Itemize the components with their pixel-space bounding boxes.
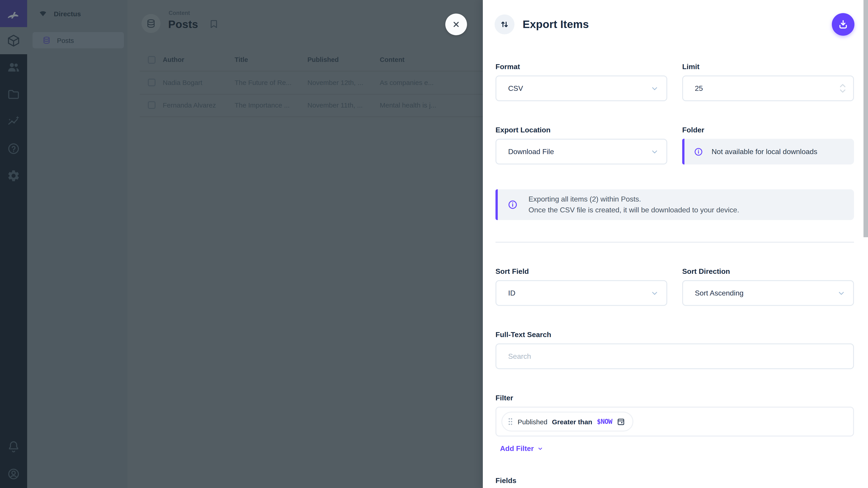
- info-icon: [693, 147, 704, 157]
- export-summary-text: Exporting all items (2) within Posts. On…: [528, 194, 739, 216]
- collection-icon-button[interactable]: [142, 14, 160, 33]
- add-filter-button[interactable]: Add Filter: [500, 445, 543, 453]
- search-label: Full-Text Search: [495, 330, 854, 339]
- cell-title: The Future of Re...: [235, 78, 291, 86]
- chevron-down-icon: [537, 446, 543, 452]
- format-value: CSV: [508, 84, 650, 92]
- section-divider: [495, 242, 854, 242]
- drawer-header-icon-circle: [495, 14, 515, 34]
- wifi-signal-icon: [38, 9, 48, 18]
- filter-value[interactable]: $NOW: [597, 418, 612, 426]
- cell-published: November 12th, ...: [307, 78, 363, 86]
- sort-field-field: Sort Field ID: [495, 267, 667, 306]
- sort-direction-value: Sort Ascending: [695, 289, 837, 297]
- insights-icon[interactable]: [7, 115, 20, 128]
- limit-label: Limit: [682, 62, 854, 71]
- column-header-title[interactable]: Title: [235, 56, 248, 63]
- bell-icon[interactable]: [7, 440, 20, 454]
- sidebar-item-posts[interactable]: Posts: [33, 32, 124, 48]
- calendar-icon[interactable]: [617, 417, 625, 426]
- summary-line-2: Once the CSV file is created, it will be…: [528, 206, 739, 214]
- cell-published: November 11th, ...: [307, 101, 363, 109]
- filter-field: Filter Published Greater than $NOW: [495, 394, 854, 453]
- folder-field: Folder Not available for local downloads: [682, 126, 854, 164]
- close-drawer-button[interactable]: [445, 13, 467, 35]
- cell-content: As companies e...: [380, 78, 434, 86]
- directus-logo-button[interactable]: [0, 0, 27, 27]
- column-header-content[interactable]: Content: [380, 56, 405, 63]
- cell-title: The Importance ...: [235, 101, 289, 109]
- info-icon: [507, 199, 518, 210]
- help-icon[interactable]: [7, 142, 20, 156]
- drawer-scrollbar[interactable]: [864, 0, 868, 237]
- filter-container: Published Greater than $NOW: [495, 407, 854, 436]
- filter-label: Filter: [495, 394, 854, 402]
- export-location-select[interactable]: Download File: [495, 139, 667, 164]
- page-title: Posts: [168, 18, 198, 31]
- column-header-published[interactable]: Published: [307, 56, 339, 63]
- chevron-down-icon: [837, 289, 846, 297]
- folder-label: Folder: [682, 126, 854, 135]
- sort-direction-select[interactable]: Sort Ascending: [682, 280, 854, 306]
- row-checkbox[interactable]: [148, 101, 156, 109]
- sort-field-select[interactable]: ID: [495, 280, 667, 306]
- select-all-checkbox[interactable]: [148, 56, 156, 64]
- row-checkbox[interactable]: [148, 78, 156, 86]
- stepper-icon[interactable]: [839, 84, 846, 93]
- screen: Directus Posts: [0, 0, 868, 488]
- table-divider: [140, 71, 483, 71]
- folder-notice-text: Not available for local downloads: [712, 148, 817, 156]
- folder-disabled-notice: Not available for local downloads: [682, 139, 854, 164]
- directus-rabbit-logo: [6, 6, 21, 21]
- export-location-value: Download File: [508, 148, 650, 156]
- column-header-author[interactable]: Author: [163, 56, 184, 63]
- drawer-body: Format CSV Limit 25: [483, 49, 868, 485]
- export-items-drawer: Export Items Format CSV: [483, 0, 868, 488]
- sort-field-label: Sort Field: [495, 267, 667, 276]
- search-field: Full-Text Search: [495, 330, 854, 369]
- filter-operator[interactable]: Greater than: [552, 418, 592, 425]
- database-icon: [42, 36, 51, 45]
- swap-vert-icon: [499, 19, 510, 30]
- export-summary-notice: Exporting all items (2) within Posts. On…: [495, 189, 854, 220]
- limit-value: 25: [695, 84, 839, 92]
- table-divider: [140, 117, 483, 117]
- close-icon: [451, 20, 461, 29]
- folder-icon[interactable]: [7, 88, 20, 101]
- account-icon[interactable]: [7, 467, 20, 481]
- drawer-header: Export Items: [483, 0, 868, 49]
- box-icon: [7, 34, 20, 47]
- breadcrumb: Content: [168, 10, 190, 16]
- filter-field-name[interactable]: Published: [518, 418, 548, 425]
- project-name: Directus: [54, 10, 81, 18]
- project-header[interactable]: Directus: [27, 0, 127, 27]
- sort-field-value: ID: [508, 289, 650, 297]
- format-label: Format: [495, 62, 667, 71]
- summary-line-1: Exporting all items (2) within Posts.: [528, 195, 641, 203]
- limit-input[interactable]: 25: [682, 75, 854, 101]
- chevron-down-icon: [650, 289, 659, 297]
- format-select[interactable]: CSV: [495, 75, 667, 101]
- nav-sidebar: Directus Posts: [27, 0, 127, 488]
- limit-field: Limit 25: [682, 62, 854, 101]
- cell-author: Fernanda Alvarez: [163, 101, 216, 109]
- users-icon[interactable]: [7, 61, 20, 74]
- cell-content: Mental health is j...: [380, 101, 436, 109]
- chevron-down-icon: [650, 147, 659, 156]
- export-location-label: Export Location: [495, 126, 667, 135]
- bookmark-icon[interactable]: [209, 19, 219, 29]
- sidebar-item-label: Posts: [57, 36, 74, 44]
- download-icon: [837, 19, 849, 30]
- filter-rule-chip[interactable]: Published Greater than $NOW: [501, 412, 633, 431]
- module-content[interactable]: [0, 27, 27, 54]
- cell-author: Nadia Bogart: [163, 78, 202, 86]
- search-input[interactable]: [495, 344, 854, 369]
- start-export-button[interactable]: [832, 13, 855, 36]
- settings-icon[interactable]: [7, 169, 20, 183]
- database-icon: [146, 18, 156, 29]
- fields-label: Fields: [495, 476, 854, 485]
- format-field: Format CSV: [495, 62, 667, 101]
- add-filter-label: Add Filter: [500, 445, 534, 453]
- drag-handle-icon[interactable]: [508, 417, 513, 426]
- table-divider: [140, 94, 483, 94]
